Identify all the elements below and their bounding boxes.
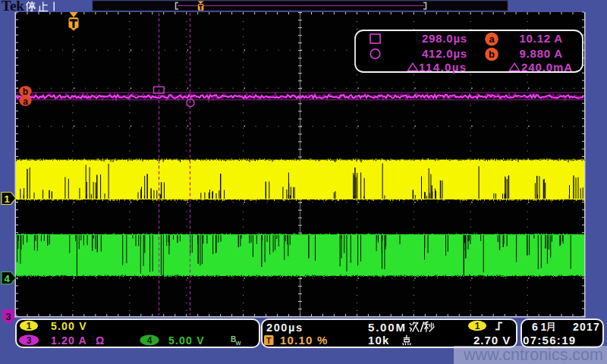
svg-text:W: W — [236, 340, 242, 347]
svg-text:114.0µs: 114.0µs — [419, 61, 467, 74]
svg-text:5.00M: 5.00M — [368, 321, 407, 334]
svg-text:200µs: 200µs — [266, 322, 304, 334]
svg-text:4: 4 — [4, 273, 10, 284]
svg-text:2017: 2017 — [573, 321, 600, 333]
svg-text:10.12 A: 10.12 A — [519, 32, 563, 45]
svg-text:b: b — [489, 49, 495, 60]
svg-text:10k: 10k — [368, 334, 390, 347]
svg-text:3: 3 — [6, 311, 11, 322]
svg-text:1: 1 — [475, 321, 480, 331]
svg-text:www.cntronics.com: www.cntronics.com — [463, 346, 603, 364]
svg-text:1: 1 — [27, 321, 32, 331]
svg-text:6: 6 — [532, 321, 538, 333]
svg-text:2.70 V: 2.70 V — [473, 334, 511, 347]
svg-text:240.0mA: 240.0mA — [521, 61, 573, 74]
svg-text:10.10 %: 10.10 % — [280, 334, 328, 347]
svg-text:1.20 A: 1.20 A — [51, 334, 87, 347]
svg-text:4: 4 — [147, 335, 153, 346]
svg-text:Tek: Tek — [2, 0, 24, 14]
svg-text:a: a — [23, 96, 28, 107]
svg-text:a: a — [489, 33, 495, 45]
svg-text:b: b — [23, 86, 28, 97]
svg-text:Ω: Ω — [96, 334, 104, 347]
svg-text:412.0µs: 412.0µs — [422, 47, 467, 60]
svg-text:5.00 V: 5.00 V — [51, 320, 87, 332]
svg-text:298.0µs: 298.0µs — [422, 32, 467, 45]
svg-text:5.00 V: 5.00 V — [168, 334, 205, 347]
svg-text:1: 1 — [4, 193, 9, 205]
svg-text:3: 3 — [27, 335, 32, 346]
svg-text:1: 1 — [541, 321, 547, 333]
svg-text:07:56:19: 07:56:19 — [523, 334, 576, 347]
svg-text:9.880 A: 9.880 A — [519, 47, 563, 60]
svg-text:T: T — [266, 336, 272, 345]
